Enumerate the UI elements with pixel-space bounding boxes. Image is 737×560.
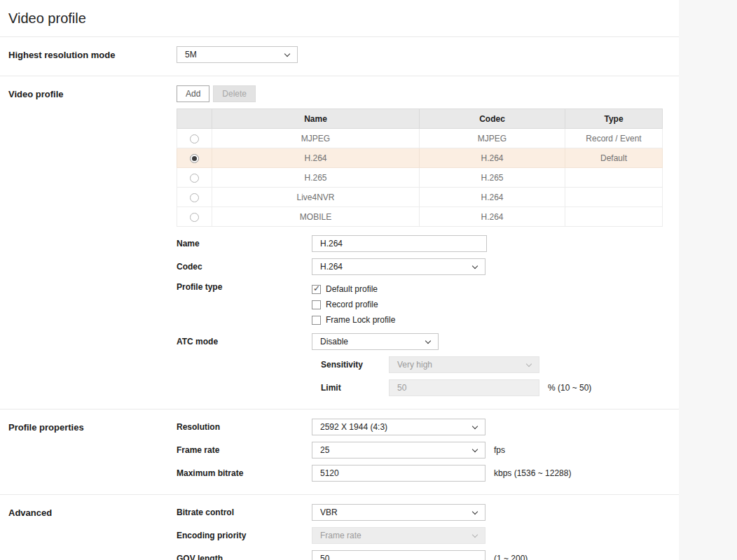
add-button[interactable]: Add <box>177 85 209 102</box>
chevron-down-icon <box>472 532 478 538</box>
profile-row-radio[interactable] <box>190 134 199 144</box>
cell-type: Default <box>565 148 663 168</box>
profile-row-radio[interactable] <box>190 174 199 183</box>
profile-properties-label: Profile properties <box>0 419 177 482</box>
cell-type <box>565 188 663 207</box>
frame-rate-value: 25 <box>320 445 329 455</box>
resolution-row: Resolution 2592 X 1944 (4:3) <box>177 419 679 435</box>
encoding-priority-label: Encoding priority <box>177 531 312 540</box>
cell-codec: H.264 <box>420 148 565 168</box>
atc-mode-row: ATC mode Disable <box>177 333 679 350</box>
resolution-value: 2592 X 1944 (4:3) <box>320 422 387 432</box>
section-highest-resolution: Highest resolution mode 5M <box>0 36 679 76</box>
gov-length-input[interactable] <box>312 550 485 560</box>
codec-column-header: Codec <box>420 109 565 129</box>
cell-type <box>565 168 663 188</box>
record-profile-option[interactable]: Record profile <box>312 300 395 309</box>
profile-table-body: MJPEGMJPEGRecord / EventH.264H.264Defaul… <box>177 129 663 227</box>
profile-type-options: Default profile Record profile Frame Loc… <box>312 281 395 325</box>
encoding-priority-select: Frame rate <box>312 527 485 544</box>
limit-suffix: % (10 ~ 50) <box>548 383 591 393</box>
bitrate-control-row: Bitrate control VBR <box>177 504 679 521</box>
advanced-label: Advanced <box>0 504 177 560</box>
frame-lock-profile-checkbox[interactable] <box>312 316 321 325</box>
highest-resolution-select[interactable]: 5M <box>177 46 298 63</box>
codec-label: Codec <box>177 262 312 272</box>
sensitivity-label: Sensitivity <box>321 360 389 370</box>
table-row[interactable]: MJPEGMJPEGRecord / Event <box>177 129 663 148</box>
sensitivity-row: Sensitivity Very high <box>321 356 679 373</box>
default-profile-label: Default profile <box>326 284 378 294</box>
section-advanced: Advanced Bitrate control VBR Encoding pr… <box>0 494 679 560</box>
chevron-down-icon <box>526 361 532 367</box>
frame-rate-row: Frame rate 25 fps <box>177 442 679 458</box>
table-row[interactable]: H.264H.264Default <box>177 148 663 168</box>
name-column-header: Name <box>212 109 420 129</box>
profile-table: Name Codec Type MJPEGMJPEGRecord / Event… <box>177 108 663 227</box>
max-bitrate-input[interactable] <box>312 465 485 482</box>
frame-rate-suffix: fps <box>494 445 505 455</box>
radio-cell <box>177 148 212 168</box>
cell-type <box>565 207 663 227</box>
resolution-label: Resolution <box>177 422 312 432</box>
cell-type: Record / Event <box>565 129 663 148</box>
video-profile-label: Video profile <box>0 85 177 396</box>
name-input[interactable] <box>312 235 487 252</box>
chevron-down-icon <box>284 51 290 57</box>
cell-codec: H.264 <box>420 207 565 227</box>
chevron-down-icon <box>472 424 478 429</box>
table-row[interactable]: H.265H.265 <box>177 168 663 188</box>
profile-row-radio[interactable] <box>190 193 199 202</box>
atc-mode-select[interactable]: Disable <box>312 333 439 350</box>
name-row: Name <box>177 235 679 252</box>
page-title: Video profile <box>0 0 679 36</box>
cell-codec: H.264 <box>420 188 565 207</box>
frame-rate-select[interactable]: 25 <box>312 442 485 458</box>
profile-row-radio[interactable] <box>190 213 199 222</box>
radio-cell <box>177 129 212 148</box>
default-profile-checkbox[interactable] <box>312 285 321 294</box>
highest-resolution-label: Highest resolution mode <box>0 46 177 63</box>
profile-type-label: Profile type <box>177 281 312 292</box>
limit-input <box>389 379 539 396</box>
record-profile-checkbox[interactable] <box>312 300 321 309</box>
codec-select[interactable]: H.264 <box>312 258 485 275</box>
default-profile-option[interactable]: Default profile <box>312 284 395 294</box>
encoding-priority-value: Frame rate <box>320 531 361 540</box>
cell-name: H.264 <box>212 148 420 168</box>
cell-name: MJPEG <box>212 129 420 148</box>
sensitivity-value: Very high <box>397 360 432 370</box>
table-header-row: Name Codec Type <box>177 109 663 129</box>
cell-codec: H.265 <box>420 168 565 188</box>
frame-rate-label: Frame rate <box>177 445 312 455</box>
chevron-down-icon <box>472 447 478 452</box>
max-bitrate-suffix: kbps (1536 ~ 12288) <box>494 468 571 478</box>
cell-name: Live4NVR <box>212 188 420 207</box>
bitrate-control-select[interactable]: VBR <box>312 504 485 521</box>
delete-button: Delete <box>213 85 256 102</box>
chevron-down-icon <box>472 263 478 269</box>
table-toolbar: Add Delete <box>177 85 679 102</box>
encoding-priority-row: Encoding priority Frame rate <box>177 527 679 544</box>
table-row[interactable]: MOBILEH.264 <box>177 207 663 227</box>
table-row[interactable]: Live4NVRH.264 <box>177 188 663 207</box>
section-profile-properties: Profile properties Resolution 2592 X 194… <box>0 409 679 494</box>
atc-mode-value: Disable <box>320 337 348 346</box>
record-profile-label: Record profile <box>326 300 378 309</box>
section-video-profile: Video profile Add Delete Name Codec Type <box>0 76 679 409</box>
atc-mode-label: ATC mode <box>177 337 312 346</box>
profile-row-radio[interactable] <box>190 154 199 163</box>
gov-length-label: GOV length <box>177 554 312 560</box>
radio-cell <box>177 188 212 207</box>
radio-cell <box>177 168 212 188</box>
cell-name: H.265 <box>212 168 420 188</box>
gov-length-suffix: (1 ~ 200) <box>494 554 528 560</box>
resolution-select[interactable]: 2592 X 1944 (4:3) <box>312 419 485 435</box>
sensitivity-select: Very high <box>389 356 539 373</box>
chevron-down-icon <box>472 509 478 514</box>
limit-label: Limit <box>321 383 389 393</box>
cell-name: MOBILE <box>212 207 420 227</box>
frame-lock-profile-label: Frame Lock profile <box>326 315 395 325</box>
frame-lock-profile-option[interactable]: Frame Lock profile <box>312 315 395 325</box>
gov-length-row: GOV length (1 ~ 200) <box>177 550 679 560</box>
